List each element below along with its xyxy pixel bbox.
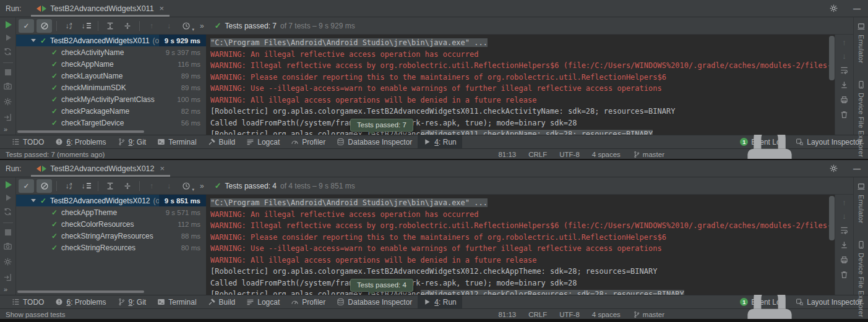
expand-all-button[interactable] <box>103 179 118 193</box>
sort-alphabetically-button[interactable]: ↓az <box>61 179 76 193</box>
line-ending-widget[interactable]: CRLF <box>528 311 547 318</box>
test-history-button[interactable]: ▾ <box>179 179 194 193</box>
tool-window-button[interactable]: Terminal <box>152 295 202 308</box>
import-test-results-button[interactable] <box>3 112 12 122</box>
tool-window-button[interactable]: Terminal <box>152 135 202 148</box>
close-tab-icon[interactable]: × <box>160 4 165 13</box>
toggle-auto-test-button[interactable] <box>3 207 12 216</box>
stop-button[interactable] <box>5 229 11 235</box>
tool-window-button[interactable]: 4: Run <box>418 135 462 148</box>
sort-by-duration-button[interactable]: ↓ <box>79 19 93 33</box>
scroll-to-end-button[interactable] <box>840 80 849 90</box>
next-failed-test-button[interactable]: ↓ <box>161 179 176 193</box>
tree-horizontal-scrollbar[interactable] <box>17 290 144 293</box>
indent-widget[interactable]: 4 spaces <box>592 151 621 158</box>
tool-window-button[interactable]: TODO <box>6 295 49 308</box>
thread-dump-button[interactable] <box>3 242 12 251</box>
settings-gear-icon[interactable] <box>829 4 838 13</box>
show-ignored-toggle[interactable] <box>37 179 52 193</box>
stop-button[interactable] <box>5 69 11 75</box>
up-the-stack-trace-button[interactable]: ↑ <box>842 38 846 46</box>
git-branch-widget[interactable]: master <box>633 151 664 158</box>
collapse-all-button[interactable] <box>120 19 135 33</box>
close-tab-icon[interactable]: × <box>160 164 165 173</box>
soft-wrap-button[interactable] <box>840 226 849 235</box>
test-settings-button[interactable] <box>3 97 12 106</box>
rerun-tests-button[interactable] <box>6 21 12 28</box>
chevron-expanded-icon[interactable] <box>31 199 36 205</box>
rerun-failed-tests-button[interactable] <box>6 195 11 201</box>
rerun-tests-button[interactable] <box>6 181 12 189</box>
settings-gear-icon[interactable] <box>829 164 838 173</box>
expand-all-button[interactable] <box>103 19 118 33</box>
tool-window-button[interactable]: 6: Problems <box>49 135 111 148</box>
toggle-auto-test-button[interactable] <box>3 47 12 56</box>
console-vertical-scrollbar[interactable] <box>829 36 835 80</box>
test-tree-item[interactable]: ✓ checkMinimumSDK 89 ms <box>16 82 206 93</box>
down-the-stack-trace-button[interactable]: ↓ <box>842 212 846 220</box>
collapse-all-button[interactable] <box>120 179 135 193</box>
tool-window-button[interactable]: 9: Git <box>112 295 152 308</box>
tool-window-button[interactable]: TODO <box>6 135 49 148</box>
up-the-stack-trace-button[interactable]: ↑ <box>842 198 846 206</box>
console-vertical-scrollbar[interactable] <box>829 196 835 240</box>
test-tree-item[interactable]: ✓ checkStringResources 80 ms <box>16 242 206 253</box>
tool-window-button[interactable]: 4: Run <box>418 295 462 308</box>
sort-alphabetically-button[interactable]: ↓az <box>61 19 76 33</box>
encoding-widget[interactable]: UTF-8 <box>559 311 580 318</box>
toolbar-overflow-chevron[interactable]: » <box>200 22 204 30</box>
next-failed-test-button[interactable]: ↓ <box>161 19 176 33</box>
test-tree-item[interactable]: ✓ checkAppName 116 ms <box>16 58 206 70</box>
soft-wrap-button[interactable] <box>840 66 849 75</box>
run-tab[interactable]: TestB2AdvancedWidgetsX011 × <box>31 0 170 17</box>
tool-window-button[interactable]: Build <box>202 295 241 308</box>
test-tree-item[interactable]: ✓ checkMyActivityParentClass 100 ms <box>16 93 206 105</box>
test-tree-root[interactable]: ✓ TestB2AdvancedWidgetsX012(org.ap 9 s 8… <box>16 195 206 206</box>
show-passed-toggle[interactable]: ✓ <box>19 179 34 193</box>
test-tree-item[interactable]: ✓ checkStringArrayResources 88 ms <box>16 230 206 242</box>
more-options-chevron[interactable]: » <box>4 125 7 133</box>
import-test-results-button[interactable] <box>3 273 12 282</box>
sort-by-duration-button[interactable]: ↓ <box>79 179 93 193</box>
encoding-widget[interactable]: UTF-8 <box>559 151 580 158</box>
tool-window-button[interactable]: Logcat <box>241 295 285 308</box>
scroll-to-end-button[interactable] <box>840 240 849 250</box>
test-tree-item[interactable]: ✓ checkLayoutName 89 ms <box>16 70 206 82</box>
toolbar-overflow-chevron[interactable]: » <box>200 182 204 190</box>
show-ignored-toggle[interactable] <box>37 19 52 33</box>
tool-window-button[interactable]: Profiler <box>285 295 331 308</box>
tool-window-button[interactable]: 6: Problems <box>49 295 111 308</box>
tool-window-button[interactable]: Database Inspector <box>331 295 418 308</box>
test-tree-item[interactable]: ✓ checkActivityName 9 s 397 ms <box>16 46 206 58</box>
show-passed-toggle[interactable]: ✓ <box>19 19 34 33</box>
git-branch-widget[interactable]: master <box>633 311 664 318</box>
down-the-stack-trace-button[interactable]: ↓ <box>842 52 846 60</box>
run-tab[interactable]: TestB2AdvancedWidgetsX012 × <box>31 160 170 177</box>
test-tree-item[interactable]: ✓ checkTargetDevice 56 ms <box>16 117 206 129</box>
tool-window-button[interactable]: Profiler <box>285 135 331 148</box>
chevron-expanded-icon[interactable] <box>31 39 36 44</box>
test-tree-item[interactable]: ✓ checkColorResources 112 ms <box>16 218 206 230</box>
indent-widget[interactable]: 4 spaces <box>592 311 621 318</box>
tool-window-button[interactable]: 9: Git <box>112 135 152 148</box>
tree-horizontal-scrollbar[interactable] <box>17 130 144 133</box>
tool-window-button[interactable]: Database Inspector <box>331 135 418 148</box>
more-options-chevron[interactable]: » <box>4 286 7 293</box>
test-tree-item[interactable]: ✓ checkAppTheme 9 s 571 ms <box>16 206 206 218</box>
test-history-button[interactable]: ▾ <box>179 19 194 33</box>
caret-position-widget[interactable]: 81:13 <box>498 311 516 318</box>
caret-position-widget[interactable]: 81:13 <box>498 151 516 158</box>
line-ending-widget[interactable]: CRLF <box>528 151 547 158</box>
hide-tool-window-icon[interactable]: — <box>853 164 861 173</box>
previous-failed-test-button[interactable]: ↑ <box>144 179 159 193</box>
previous-failed-test-button[interactable]: ↑ <box>144 19 159 33</box>
rerun-failed-tests-button[interactable] <box>6 35 11 41</box>
print-button[interactable] <box>840 255 849 265</box>
test-settings-button[interactable] <box>3 257 12 266</box>
hide-tool-window-icon[interactable]: — <box>853 4 861 13</box>
test-tree-root[interactable]: ✓ TestB2AdvancedWidgetsX011(org.ap 9 s 9… <box>16 35 206 46</box>
tool-window-stripe-button[interactable]: Emulator <box>857 22 866 63</box>
print-button[interactable] <box>840 95 849 104</box>
test-tree-item[interactable]: ✓ checkPackageName 82 ms <box>16 105 206 117</box>
tool-window-button[interactable]: Logcat <box>241 135 285 148</box>
